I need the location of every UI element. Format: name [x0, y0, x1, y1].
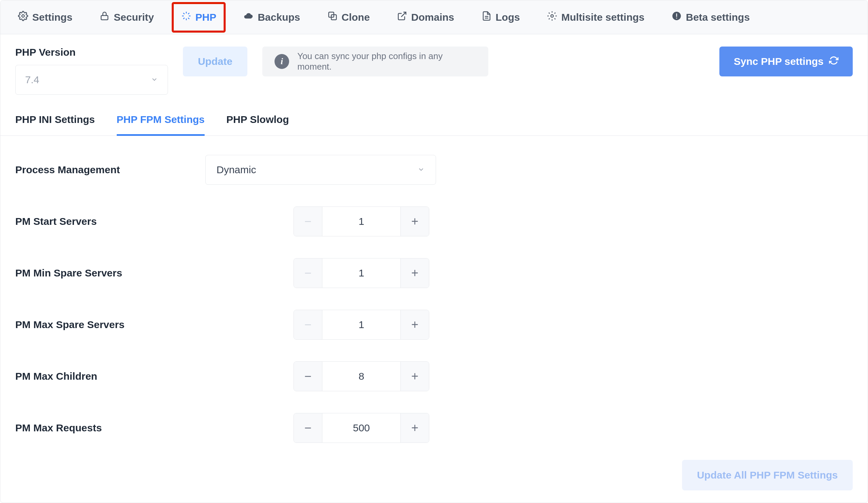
svg-point-0	[22, 14, 24, 17]
lock-icon	[100, 11, 110, 23]
pm-max-spare-servers-stepper: − 1 +	[293, 310, 429, 340]
tab-php[interactable]: PHP	[172, 2, 226, 33]
subtab-php-fpm[interactable]: PHP FPM Settings	[117, 110, 205, 136]
process-management-value: Dynamic	[217, 164, 256, 175]
process-management-select[interactable]: Dynamic	[205, 155, 436, 185]
info-icon: i	[275, 54, 289, 69]
update-button[interactable]: Update	[183, 47, 247, 77]
svg-rect-1	[101, 16, 108, 20]
tab-security[interactable]: Security	[90, 2, 163, 33]
pm-max-spare-servers-label: PM Max Spare Servers	[15, 319, 192, 331]
tab-domains[interactable]: Domains	[388, 2, 464, 33]
svg-line-9	[188, 13, 189, 14]
tab-label: Beta settings	[686, 11, 750, 23]
update-all-fpm-button[interactable]: Update All PHP FPM Settings	[682, 460, 853, 491]
subtab-php-slowlog[interactable]: PHP Slowlog	[226, 110, 289, 135]
increment-button[interactable]: +	[400, 207, 429, 236]
tab-beta[interactable]: Beta settings	[662, 2, 759, 33]
pm-max-children-value[interactable]: 8	[322, 362, 400, 391]
tab-label: Logs	[496, 11, 520, 23]
tab-settings[interactable]: Settings	[9, 2, 82, 33]
alert-circle-icon	[672, 11, 682, 23]
increment-button[interactable]: +	[400, 259, 429, 288]
tab-label: Multisite settings	[561, 11, 644, 23]
svg-line-4	[183, 13, 185, 14]
pm-start-servers-label: PM Start Servers	[15, 216, 192, 227]
svg-rect-18	[676, 18, 677, 19]
tab-multisite[interactable]: Multisite settings	[537, 2, 654, 33]
tab-clone[interactable]: Clone	[318, 2, 379, 33]
tab-backups[interactable]: Backups	[234, 2, 309, 33]
info-banner: i You can sync your php configs in any m…	[262, 47, 488, 77]
decrement-button[interactable]: −	[294, 207, 322, 236]
file-text-icon	[482, 11, 492, 23]
chevron-down-icon	[151, 74, 158, 85]
decrement-button[interactable]: −	[294, 413, 322, 443]
pm-start-servers-stepper: − 1 +	[293, 207, 429, 237]
pm-max-requests-value[interactable]: 500	[322, 413, 400, 443]
cloud-upload-icon	[243, 11, 254, 23]
chevron-down-icon	[417, 164, 425, 175]
svg-line-8	[183, 18, 185, 19]
tab-label: Clone	[342, 11, 370, 23]
tab-logs[interactable]: Logs	[472, 2, 530, 33]
increment-button[interactable]: +	[400, 310, 429, 339]
pm-max-requests-stepper: − 500 +	[293, 413, 429, 443]
php-version-label: PHP Version	[15, 47, 168, 58]
decrement-button[interactable]: −	[294, 310, 322, 339]
pm-max-children-label: PM Max Children	[15, 371, 192, 382]
tab-label: Settings	[32, 11, 72, 23]
sync-button-label: Sync PHP settings	[734, 56, 824, 67]
pm-start-servers-value[interactable]: 1	[322, 207, 400, 236]
svg-rect-17	[676, 13, 677, 17]
svg-point-15	[551, 14, 554, 17]
gear-icon	[18, 11, 28, 23]
sync-php-settings-button[interactable]: Sync PHP settings	[720, 47, 853, 77]
refresh-icon	[829, 56, 838, 68]
copy-icon	[328, 11, 338, 23]
info-banner-text: You can sync your php configs in any mom…	[297, 51, 476, 72]
gear-icon	[547, 11, 557, 23]
decrement-button[interactable]: −	[294, 259, 322, 288]
external-link-icon	[397, 11, 407, 23]
tab-label: Security	[114, 11, 154, 23]
svg-line-12	[401, 12, 406, 17]
tab-label: PHP	[195, 11, 217, 23]
svg-line-5	[188, 18, 189, 19]
pm-max-children-stepper: − 8 +	[293, 361, 429, 391]
subtab-php-ini[interactable]: PHP INI Settings	[15, 110, 95, 135]
pm-max-spare-servers-value[interactable]: 1	[322, 310, 400, 339]
increment-button[interactable]: +	[400, 413, 429, 443]
spinner-icon	[181, 11, 192, 23]
decrement-button[interactable]: −	[294, 362, 322, 391]
php-version-select[interactable]: 7.4	[15, 65, 168, 95]
pm-min-spare-servers-label: PM Min Spare Servers	[15, 267, 192, 279]
pm-min-spare-servers-stepper: − 1 +	[293, 258, 429, 288]
pm-min-spare-servers-value[interactable]: 1	[322, 259, 400, 288]
tab-label: Backups	[258, 11, 300, 23]
process-management-label: Process Management	[15, 164, 192, 175]
top-tabbar: Settings Security PHP Backups Clone	[0, 0, 868, 34]
tab-label: Domains	[411, 11, 454, 23]
fpm-form: Process Management Dynamic PM Start Serv…	[0, 136, 868, 478]
pm-max-requests-label: PM Max Requests	[15, 422, 192, 434]
php-version-value: 7.4	[25, 74, 39, 85]
subtabs: PHP INI Settings PHP FPM Settings PHP Sl…	[0, 107, 868, 136]
increment-button[interactable]: +	[400, 362, 429, 391]
